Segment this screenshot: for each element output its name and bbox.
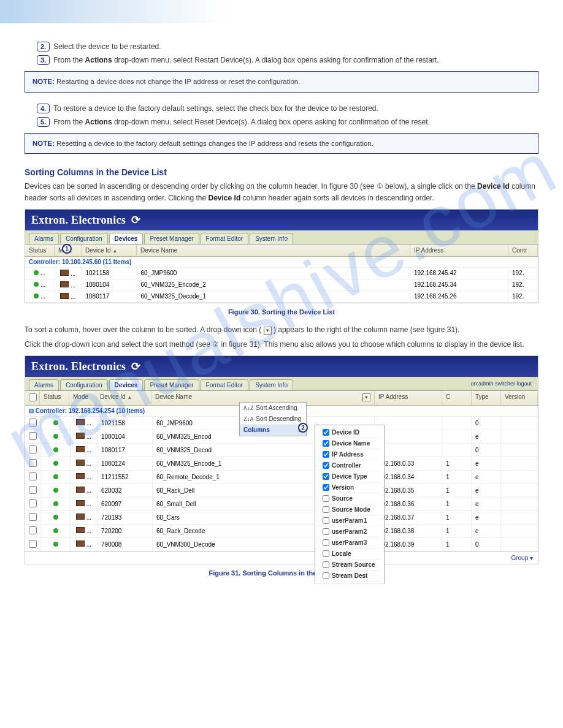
tab-preset-manager[interactable]: Preset Manager: [144, 379, 199, 390]
tab-alarms[interactable]: Alarms: [29, 233, 59, 244]
col-ip-address[interactable]: IP Address: [410, 245, 508, 256]
table-row[interactable]: ...72020060_Rack_Decode192.168.0.381c: [25, 524, 538, 537]
col-opt-stream-dest[interactable]: Stream Dest: [319, 571, 380, 582]
status-dot-icon: [53, 515, 58, 520]
col-opt-userparam2[interactable]: userParam2: [319, 526, 380, 537]
row-checkbox[interactable]: [29, 459, 37, 467]
tab-system-info[interactable]: System Info: [250, 379, 293, 390]
status-dot-icon: [53, 488, 58, 493]
select-all-checkbox[interactable]: [29, 393, 37, 401]
col-mode[interactable]: Mode: [69, 391, 96, 405]
table-row[interactable]: ...62003260_Rack_Dell192.168.0.351e: [25, 483, 538, 497]
col-ip-address[interactable]: IP Address: [375, 391, 442, 405]
col-opt-userparam1[interactable]: userParam1: [319, 515, 380, 526]
table-row[interactable]: ...1121155260_Remote_Decode_1192.168.0.3…: [25, 470, 538, 483]
logo-swirl-icon: ⟳: [131, 360, 140, 373]
device-type-icon: [76, 487, 85, 493]
figure-31-screenshot: Extron. Electronics ⟳ Alarms Configurati…: [25, 355, 538, 564]
row-checkbox[interactable]: [29, 540, 37, 548]
tab-devices[interactable]: Devices: [109, 233, 144, 244]
tab-configuration[interactable]: Configuration: [60, 379, 107, 390]
tab-alarms[interactable]: Alarms: [29, 379, 59, 390]
row-checkbox[interactable]: [29, 432, 37, 440]
row-checkbox[interactable]: [29, 499, 37, 507]
steps-list-mid: 4.To restore a device to the factory def…: [37, 104, 538, 127]
tab-system-info[interactable]: System Info: [250, 233, 293, 244]
status-dot-icon: [53, 542, 58, 547]
col-device-id[interactable]: Device Id ▲: [82, 245, 137, 256]
table-row[interactable]: ... ... 1080104 60_VNM325_Encode_2 192.1…: [25, 279, 538, 290]
tab-bar-1: Alarms Configuration Devices Preset Mana…: [25, 230, 538, 245]
step-number-2: 2.: [37, 42, 50, 51]
status-dot-icon: [53, 434, 58, 439]
col-opt-userparam3[interactable]: userParam3: [319, 537, 380, 548]
device-type-icon: [60, 281, 69, 287]
sort-dropdown-menu: A↓ZSort Ascending Z↓ASort Descending Col…: [239, 402, 307, 436]
table-row[interactable]: ...62009760_Small_Dell192.168.0.361e: [25, 497, 538, 510]
figure-31-caption: Figure 31. Sorting Columns in the Device…: [25, 569, 538, 577]
col-select-all[interactable]: [25, 391, 40, 405]
device-type-icon: [76, 460, 85, 466]
col-opt-device-name[interactable]: Device Name: [319, 438, 380, 449]
tab-devices[interactable]: Devices: [109, 379, 144, 390]
step-4: 4.To restore a device to the factory def…: [37, 104, 538, 113]
col-controller-short[interactable]: Contr: [508, 245, 538, 256]
device-type-icon: [60, 270, 69, 276]
sort-asc-item[interactable]: A↓ZSort Ascending: [240, 403, 306, 414]
callout-2: 2: [298, 423, 308, 433]
col-device-name[interactable]: Device Name: [137, 245, 410, 256]
step-number-3: 3.: [37, 55, 50, 65]
columns-checkbox-menu: Device ID Device Name IP Address Control…: [315, 425, 385, 584]
col-opt-source[interactable]: Source: [319, 493, 380, 504]
col-device-id[interactable]: Device Id ▲: [96, 391, 151, 405]
col-opt-stream-source[interactable]: Stream Source: [319, 559, 380, 571]
sorting-body: Devices can be sorted in ascending or de…: [25, 181, 538, 203]
col-opt-source-mode[interactable]: Source Mode: [319, 504, 380, 515]
col-opt-version[interactable]: Version: [319, 482, 380, 493]
top-right-links[interactable]: on:admin switcher logout: [468, 379, 534, 390]
row-checkbox[interactable]: [29, 446, 37, 453]
brand-header-2: Extron. Electronics ⟳: [25, 356, 538, 377]
tab-preset-manager[interactable]: Preset Manager: [144, 233, 199, 244]
step-2: 2.Select the device to be restarted.: [37, 42, 538, 51]
columns-submenu-item[interactable]: Columns ▸ 2 Device ID Device Name IP Add…: [240, 425, 306, 436]
col-status[interactable]: Status: [25, 245, 55, 256]
device-type-icon: [76, 500, 85, 506]
row-checkbox[interactable]: [29, 513, 37, 521]
col-c[interactable]: C: [442, 391, 472, 405]
table-group-row[interactable]: Controller: 10.100.245.60 (11 Items): [25, 257, 538, 268]
group-dropdown-button[interactable]: Group ▾: [25, 552, 538, 564]
row-checkbox[interactable]: [29, 419, 37, 427]
steps-list-top: 2.Select the device to be restarted. 3.F…: [37, 42, 538, 65]
column-header-row-1: Status Mo... Device Id ▲ Device Name IP …: [25, 245, 538, 257]
callout-1: 1: [62, 244, 72, 254]
table-row[interactable]: ...108011760_VNM325_Decod0: [25, 443, 538, 457]
row-checkbox[interactable]: [29, 526, 37, 534]
col-opt-ip[interactable]: IP Address: [319, 449, 380, 460]
table-row[interactable]: ...72019360_Cars192.168.0.371e: [25, 510, 538, 524]
col-status[interactable]: Status: [40, 391, 69, 405]
table-row[interactable]: ...108012460_VNM325_Encode_1192.168.0.33…: [25, 457, 538, 470]
table-row[interactable]: ... ... 1080117 60_VNM325_Decode_1 192.1…: [25, 290, 538, 302]
col-opt-device-type[interactable]: Device Type: [319, 471, 380, 482]
row-checkbox[interactable]: [29, 486, 37, 494]
note-box-2: NOTE: Resetting a device to the factory …: [25, 133, 538, 154]
col-opt-device-id[interactable]: Device ID: [319, 427, 380, 438]
tab-format-editor[interactable]: Format Editor: [201, 379, 249, 390]
col-version[interactable]: Version: [501, 391, 538, 405]
col-type[interactable]: Type: [472, 391, 501, 405]
tab-configuration[interactable]: Configuration: [60, 233, 107, 244]
logo-swirl-icon: ⟳: [131, 213, 140, 227]
tab-format-editor[interactable]: Format Editor: [201, 233, 249, 244]
row-checkbox[interactable]: [29, 472, 37, 480]
sort-desc-item[interactable]: Z↓ASort Descending: [240, 414, 306, 425]
status-dot-icon: [53, 528, 58, 533]
table-row[interactable]: ...79000860_VNM300_Decode192.168.0.3910: [25, 537, 538, 551]
col-opt-controller[interactable]: Controller: [319, 460, 380, 471]
device-type-icon: [76, 433, 85, 439]
col-opt-locale[interactable]: Locale: [319, 548, 380, 559]
column-dropdown-trigger[interactable]: ▾: [362, 393, 370, 401]
col-device-name[interactable]: Device Name ▾ A↓ZSort Ascending Z↓ASort …: [151, 391, 375, 405]
table-row[interactable]: ... ... 1021158 60_JMP9600 192.168.245.4…: [25, 267, 538, 279]
status-dot-icon: [34, 270, 39, 275]
